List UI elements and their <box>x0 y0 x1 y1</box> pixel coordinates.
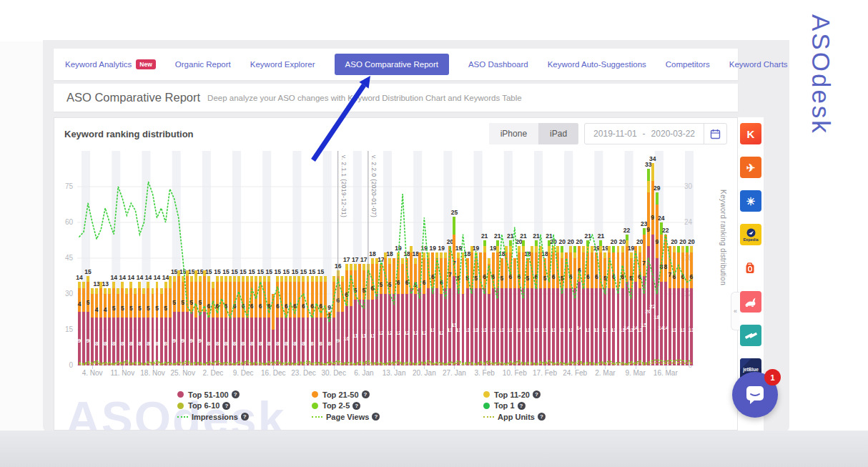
date-range-values[interactable]: 2019-11-01 - 2020-03-22 <box>585 129 704 139</box>
legend-item-top-1: Top 1? <box>483 400 546 412</box>
legend-dot-swatch <box>483 403 490 409</box>
legend-item-top-51-100: Top 51-100? <box>177 389 249 400</box>
legend-dot-swatch <box>177 403 184 409</box>
calendar-icon <box>710 129 721 139</box>
expedia-icon[interactable]: Expedia <box>740 224 761 245</box>
x-axis-tick-label: 10. Feb <box>499 369 531 377</box>
rabbit-icon[interactable] <box>740 291 761 313</box>
x-axis-tick-label: 9. Dec <box>227 369 259 377</box>
help-icon[interactable]: ? <box>533 390 541 398</box>
x-axis-tick-label: 20. Jan <box>408 369 440 377</box>
keyword-ranking-distribution-card: Keyword ranking distribution iPhoneiPad … <box>54 117 738 431</box>
legend-item-top-6-10: Top 6-10? <box>177 400 249 412</box>
help-icon[interactable]: ? <box>362 390 370 398</box>
legend-label: Top 2-5 <box>322 401 350 410</box>
legend-item-top-2-5: Top 2-5? <box>312 400 380 412</box>
app-root: Keyword AnalyticsNewOrganic ReportKeywor… <box>0 0 868 467</box>
help-icon[interactable]: ? <box>241 413 249 421</box>
legend-line-swatch <box>312 416 322 418</box>
legend-dot-swatch <box>312 391 318 398</box>
device-toggle: iPhoneiPad <box>489 123 578 144</box>
legend-label: App Units <box>498 413 535 421</box>
device-toggle-ipad[interactable]: iPad <box>538 123 578 144</box>
legend-dot-swatch <box>177 391 184 398</box>
chat-widget-button[interactable]: 1 <box>732 372 778 418</box>
suitcase-icon[interactable] <box>740 257 761 279</box>
x-axis-tick-label: 17. Feb <box>529 369 561 377</box>
nav-item-label: Keyword Explorer <box>250 60 315 69</box>
top-navigation: Keyword AnalyticsNewOrganic ReportKeywor… <box>54 49 738 80</box>
help-icon[interactable]: ? <box>222 402 230 410</box>
nav-item-label: Organic Report <box>175 60 231 69</box>
x-axis-tick-label: 3. Feb <box>469 369 500 377</box>
x-axis-tick-label: 30. Dec <box>318 369 350 377</box>
nav-item-keyword-explorer[interactable]: Keyword Explorer <box>250 60 315 69</box>
top-margin <box>0 0 868 41</box>
x-axis-tick-label: 16. Dec <box>257 369 289 377</box>
help-icon[interactable]: ? <box>372 413 380 421</box>
footer-band <box>0 431 868 467</box>
date-from: 2019-11-01 <box>593 129 637 139</box>
date-separator: - <box>643 129 646 139</box>
x-axis-tick-label: 18. Nov <box>137 369 169 377</box>
nav-item-label: ASO Dashboard <box>468 60 528 69</box>
app-version-marker-label: v. 2.1.1 (2019-12-31) <box>340 155 347 217</box>
app-version-marker-label: v. 2.2.0 (2020-01-07) <box>370 155 378 217</box>
collapse-strip-handle[interactable]: « <box>731 292 739 330</box>
legend-dot-swatch <box>312 403 318 409</box>
k-letter-icon[interactable]: K <box>740 123 761 144</box>
date-range-picker[interactable]: 2019-11-01 - 2020-03-22 <box>584 123 727 144</box>
x-axis-tick-label: 13. Jan <box>378 369 410 377</box>
legend-item-app-units: App Units? <box>483 411 546 423</box>
help-icon[interactable]: ? <box>232 390 240 398</box>
new-badge: New <box>136 59 155 69</box>
legend-item-top-11-20: Top 11-20? <box>483 389 546 400</box>
help-icon[interactable]: ? <box>352 402 360 410</box>
nav-item-keyword-charts[interactable]: Keyword Charts <box>729 60 788 69</box>
chat-bubble-icon <box>744 385 766 405</box>
lines-layer <box>77 151 694 365</box>
help-icon[interactable]: ? <box>518 402 526 410</box>
chart-controls: iPhoneiPad 2019-11-01 - 2020-03-22 <box>489 123 727 144</box>
nav-item-keyword-analytics[interactable]: Keyword AnalyticsNew <box>65 59 156 69</box>
legend-label: Top 6-10 <box>188 401 220 410</box>
nav-item-keyword-auto-suggestions[interactable]: Keyword Auto-Suggestions <box>548 60 646 69</box>
legend-column: Top 51-100?Top 6-10?Impressions? <box>177 389 249 423</box>
nav-item-label: Competitors <box>666 60 710 69</box>
device-toggle-iphone[interactable]: iPhone <box>489 123 538 144</box>
sun-icon[interactable]: ☀ <box>740 190 761 212</box>
legend-line-swatch <box>483 416 494 418</box>
legend-label: Impressions <box>192 413 238 421</box>
legend-label: Top 21-50 <box>322 390 359 399</box>
nav-item-organic-report[interactable]: Organic Report <box>175 60 231 69</box>
x-axis-tick-label: 24. Feb <box>559 369 591 377</box>
nav-item-label: Keyword Auto-Suggestions <box>548 60 646 69</box>
airplane-icon[interactable]: ✈ <box>740 157 761 178</box>
x-axis-tick-label: 4. Nov <box>77 369 108 377</box>
nav-item-label: Keyword Analytics <box>65 60 132 69</box>
nav-item-competitors[interactable]: Competitors <box>666 60 710 69</box>
asodesk-watermark: ASOdesk <box>66 391 285 431</box>
slashes-icon[interactable] <box>740 325 761 346</box>
x-axis-tick-label: 25. Nov <box>167 369 199 377</box>
legend-column: Top 21-50?Top 2-5?Page Views? <box>312 389 380 423</box>
nav-item-aso-comparative-report[interactable]: ASO Comparative Report <box>335 54 449 75</box>
date-to: 2020-03-22 <box>651 129 695 139</box>
legend-column: Top 11-20?Top 1?App Units? <box>483 389 546 423</box>
page-title: ASO Comparative Report <box>66 91 200 104</box>
nav-item-aso-dashboard[interactable]: ASO Dashboard <box>468 60 528 69</box>
legend-item-page-views: Page Views? <box>312 411 380 423</box>
legend-item-top-21-50: Top 21-50? <box>312 389 380 400</box>
calendar-button[interactable] <box>704 124 726 144</box>
page-title-bar: ASO Comparative Report Deep analyze your… <box>54 84 738 112</box>
chart-title: Keyword ranking distribution <box>64 129 194 139</box>
legend-label: Page Views <box>326 413 369 421</box>
x-axis-tick-label: 11. Nov <box>107 369 138 377</box>
chart-header: Keyword ranking distribution iPhoneiPad … <box>54 118 737 149</box>
help-icon[interactable]: ? <box>538 413 546 421</box>
x-axis-tick-label: 6. Jan <box>348 369 380 377</box>
x-axis-tick-label: 27. Jan <box>438 369 470 377</box>
legend-line-swatch <box>177 416 188 418</box>
page-subtitle: Deep analyze your ASO changes with Keywo… <box>207 94 522 102</box>
x-axis-tick-label: 2. Dec <box>197 369 229 377</box>
